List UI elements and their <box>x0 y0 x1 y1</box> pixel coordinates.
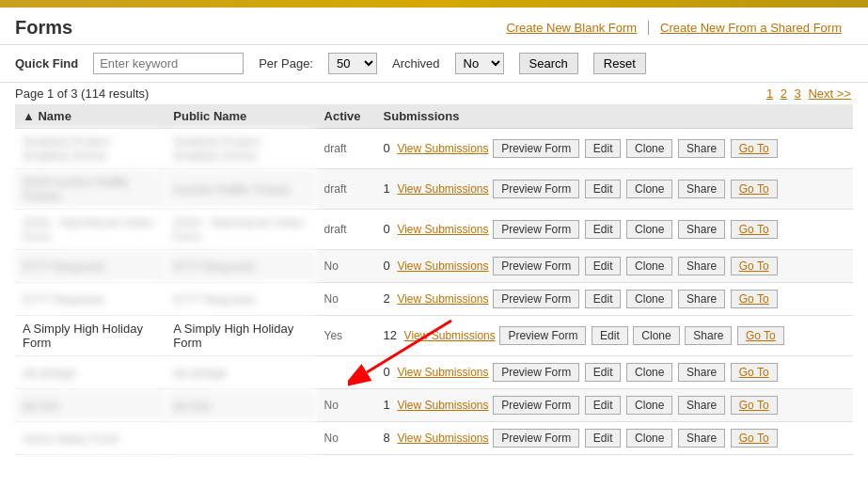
goto-btn[interactable]: Go To <box>737 326 784 345</box>
forms-table: ▲ Name Public Name Active Submissions Sh… <box>15 104 853 455</box>
view-submissions-btn[interactable]: View Submissions <box>397 399 488 412</box>
preview-form-btn[interactable]: Preview Form <box>493 220 579 239</box>
share-btn[interactable]: Share <box>685 326 732 345</box>
next-page-link[interactable]: Next >> <box>808 86 851 101</box>
edit-btn[interactable]: Edit <box>585 363 622 382</box>
goto-btn[interactable]: Go To <box>731 257 778 275</box>
clone-btn[interactable]: Clone <box>626 363 672 382</box>
cell-actions: 0 View Submissions Preview Form Edit Clo… <box>376 356 853 389</box>
cell-active: Yes <box>317 316 376 356</box>
search-button[interactable]: Search <box>519 53 578 74</box>
edit-btn[interactable]: Edit <box>585 220 622 239</box>
goto-btn[interactable]: Go To <box>731 396 778 415</box>
table-row: ab pledge ab pledge 0 View Submissions P… <box>15 356 853 389</box>
share-btn[interactable]: Share <box>678 363 725 382</box>
edit-btn[interactable]: Edit <box>585 429 622 448</box>
toolbar: Quick Find Per Page: 50 25 100 Archived … <box>0 45 868 83</box>
view-submissions-btn[interactable]: View Submissions <box>397 366 488 379</box>
cell-actions: 1 View Submissions Preview Form Edit Clo… <box>376 169 853 210</box>
clone-btn[interactable]: Clone <box>626 220 672 239</box>
cell-actions: 0 View Submissions Preview Form Edit Clo… <box>376 210 853 250</box>
edit-btn[interactable]: Edit <box>585 290 622 308</box>
share-btn[interactable]: Share <box>678 220 725 239</box>
header-links: Create New Blank Form Create New From a … <box>495 21 853 35</box>
edit-btn[interactable]: Edit <box>585 257 622 275</box>
create-blank-form-link[interactable]: Create New Blank Form <box>495 21 649 35</box>
goto-btn[interactable]: Go To <box>731 429 778 448</box>
cell-name: 5777 Requests <box>15 283 166 316</box>
edit-btn[interactable]: Edit <box>585 396 622 415</box>
cell-name: Aaron Baby Food <box>15 422 166 455</box>
create-from-shared-link[interactable]: Create New From a Shared Form <box>649 21 853 35</box>
archived-select[interactable]: No Yes <box>455 53 504 74</box>
quick-find-input[interactable] <box>93 53 244 74</box>
share-btn[interactable]: Share <box>678 139 725 158</box>
reset-button[interactable]: Reset <box>593 53 646 74</box>
preview-form-btn[interactable]: Preview Form <box>493 257 579 275</box>
cell-active: No <box>317 283 376 316</box>
col-name[interactable]: ▲ Name <box>15 104 166 129</box>
table-row: A Simply High Holiday Form A Simply High… <box>15 316 853 356</box>
clone-btn[interactable]: Clone <box>626 429 672 448</box>
share-btn[interactable]: Share <box>678 180 725 198</box>
table-row: 5777 Requests 5777 Requests No 2 View Su… <box>15 283 853 316</box>
goto-btn[interactable]: Go To <box>731 220 778 239</box>
table-row: 5777 Requests 5777 Requests No 0 View Su… <box>15 250 853 283</box>
cell-name: ab test <box>15 389 166 422</box>
clone-btn[interactable]: Clone <box>626 396 672 415</box>
edit-btn[interactable]: Edit <box>592 326 628 345</box>
share-btn[interactable]: Share <box>678 257 725 275</box>
cell-public-name <box>166 422 316 455</box>
pagination-info: Page 1 of 3 (114 results) <box>15 86 149 101</box>
table-row: 2016 Auction Raffle Tickets Auction Raff… <box>15 169 853 210</box>
view-submissions-btn[interactable]: View Submissions <box>404 329 496 342</box>
archived-label: Archived <box>392 56 440 71</box>
page-1-link[interactable]: 1 <box>766 86 773 101</box>
view-submissions-btn[interactable]: View Submissions <box>397 142 488 155</box>
share-btn[interactable]: Share <box>678 290 725 308</box>
clone-btn[interactable]: Clone <box>626 180 672 198</box>
cell-actions: 1 View Submissions Preview Form Edit Clo… <box>376 389 853 422</box>
preview-form-btn[interactable]: Preview Form <box>493 429 579 448</box>
clone-btn[interactable]: Clone <box>626 290 672 308</box>
edit-btn[interactable]: Edit <box>585 139 622 158</box>
preview-form-btn[interactable]: Preview Form <box>493 396 579 415</box>
preview-form-btn[interactable]: Preview Form <box>493 180 579 198</box>
share-btn[interactable]: Share <box>678 396 725 415</box>
cell-active: No <box>317 250 376 283</box>
cell-actions: 8 View Submissions Preview Form Edit Clo… <box>376 422 853 455</box>
per-page-select[interactable]: 50 25 100 <box>328 53 377 74</box>
preview-form-btn[interactable]: Preview Form <box>499 326 586 345</box>
per-page-label: Per Page: <box>259 56 313 71</box>
clone-btn[interactable]: Clone <box>626 139 672 158</box>
page-3-link[interactable]: 3 <box>795 86 801 101</box>
cell-name: A Simply High Holiday Form <box>15 316 166 356</box>
cell-public-name: 5777 Requests <box>166 283 316 316</box>
table-row: 2016 - Nachlamat Video Form 2016 - Nachl… <box>15 210 853 250</box>
cell-public-name: ab test <box>166 389 316 422</box>
cell-public-name: Auction Raffle Tickets <box>166 169 316 210</box>
view-submissions-btn[interactable]: View Submissions <box>397 259 488 273</box>
col-active: Active <box>317 104 376 129</box>
clone-btn[interactable]: Clone <box>626 257 672 275</box>
top-bar <box>0 0 868 8</box>
preview-form-btn[interactable]: Preview Form <box>493 139 579 158</box>
cell-active <box>317 356 376 389</box>
preview-form-btn[interactable]: Preview Form <box>493 363 579 382</box>
view-submissions-btn[interactable]: View Submissions <box>397 182 488 196</box>
view-submissions-btn[interactable]: View Submissions <box>397 432 488 445</box>
share-btn[interactable]: Share <box>678 429 725 448</box>
clone-btn[interactable]: Clone <box>633 326 679 345</box>
cell-public-name: ab pledge <box>166 356 316 389</box>
view-submissions-btn[interactable]: View Submissions <box>397 223 488 236</box>
goto-btn[interactable]: Go To <box>731 139 778 158</box>
page-2-link[interactable]: 2 <box>781 86 787 101</box>
goto-btn[interactable]: Go To <box>731 363 778 382</box>
edit-btn[interactable]: Edit <box>585 180 622 198</box>
view-submissions-btn[interactable]: View Submissions <box>397 292 488 306</box>
cell-active: draft <box>317 169 376 210</box>
table-row: Shabbat Project Shabbat Dinner Shabbat P… <box>15 129 853 169</box>
goto-btn[interactable]: Go To <box>731 290 778 308</box>
preview-form-btn[interactable]: Preview Form <box>493 290 579 308</box>
goto-btn[interactable]: Go To <box>731 180 778 198</box>
